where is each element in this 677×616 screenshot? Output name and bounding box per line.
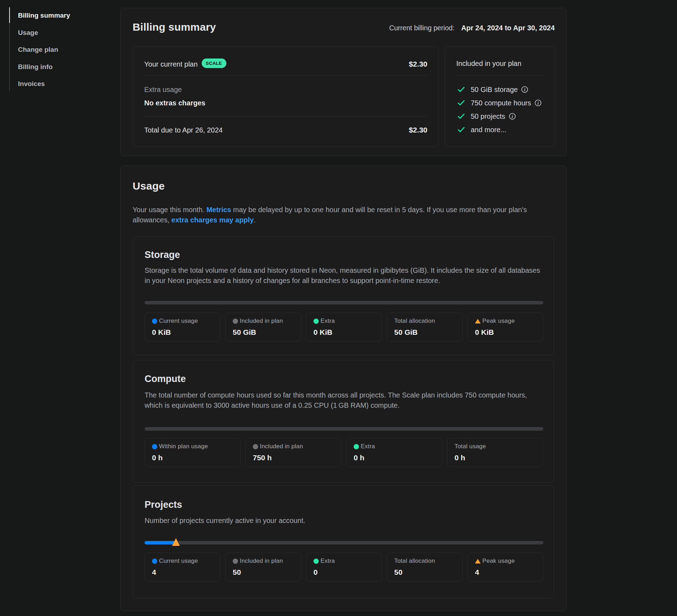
svg-text:i: i <box>537 100 539 106</box>
svg-text:i: i <box>512 114 513 119</box>
svg-text:i: i <box>524 87 526 92</box>
